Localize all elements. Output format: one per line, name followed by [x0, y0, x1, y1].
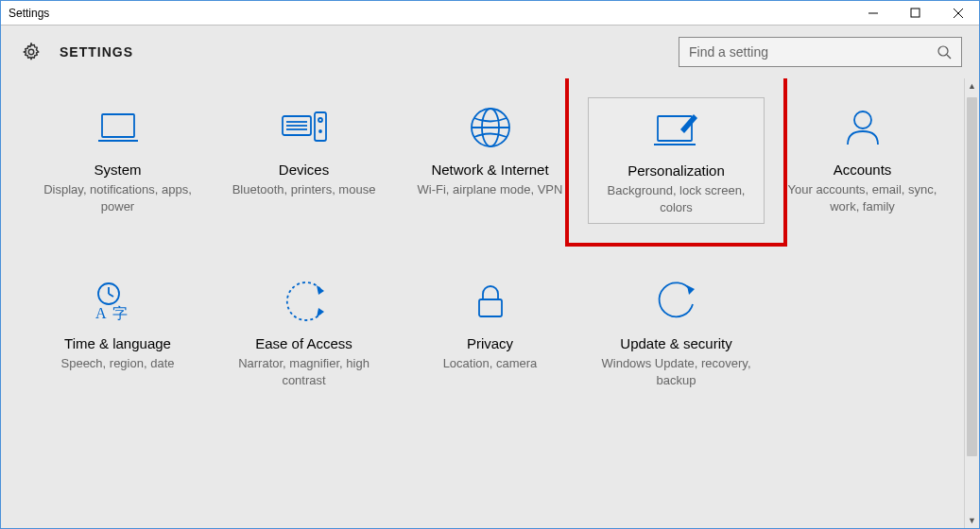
- tile-privacy[interactable]: Privacy Location, camera: [402, 271, 578, 396]
- tile-title: Ease of Access: [255, 335, 352, 351]
- svg-rect-1: [911, 9, 920, 17]
- tile-title: Time & language: [64, 335, 171, 351]
- devices-icon: [278, 105, 331, 150]
- system-icon: [92, 105, 145, 150]
- tile-desc: Narrator, magnifier, high contrast: [223, 355, 385, 388]
- tile-desc: Your accounts, email, sync, work, family: [782, 181, 943, 214]
- ease-of-access-icon: [278, 279, 331, 324]
- svg-text:A: A: [95, 305, 107, 321]
- svg-text:字: 字: [112, 305, 128, 321]
- titlebar: Settings: [1, 1, 979, 26]
- tile-title: Devices: [279, 162, 329, 178]
- tile-title: Accounts: [834, 162, 892, 178]
- maximize-button[interactable]: [894, 1, 937, 26]
- tile-title: Network & Internet: [431, 162, 548, 178]
- tile-desc: Speech, region, date: [61, 355, 175, 372]
- tile-desc: Windows Update, recovery, backup: [595, 355, 757, 388]
- tile-system[interactable]: System Display, notifications, apps, pow…: [29, 97, 206, 224]
- svg-rect-29: [479, 299, 502, 316]
- tile-accounts[interactable]: Accounts Your accounts, email, sync, wor…: [774, 97, 951, 224]
- privacy-icon: [464, 279, 517, 324]
- page-heading: SETTINGS: [60, 44, 133, 60]
- tile-desc: Location, camera: [443, 355, 538, 372]
- settings-window: Settings SETTINGS: [0, 0, 980, 529]
- tile-time-language[interactable]: A 字 Time & language Speech, region, date: [29, 271, 206, 396]
- scroll-up-icon[interactable]: ▲: [965, 78, 979, 94]
- tile-update-security[interactable]: Update & security Windows Update, recove…: [588, 271, 765, 396]
- tile-network[interactable]: Network & Internet Wi-Fi, airplane mode,…: [402, 97, 578, 224]
- content-area: System Display, notifications, apps, pow…: [1, 78, 979, 528]
- search-input[interactable]: [689, 44, 937, 60]
- tile-ease-of-access[interactable]: Ease of Access Narrator, magnifier, high…: [215, 271, 392, 396]
- vertical-scrollbar[interactable]: ▲ ▼: [964, 78, 979, 528]
- update-security-icon: [650, 279, 703, 324]
- tile-desc: Background, lock screen, colors: [596, 182, 756, 215]
- svg-marker-28: [317, 308, 324, 317]
- personalization-icon: [650, 106, 703, 151]
- window-title: Settings: [9, 7, 49, 20]
- svg-point-4: [28, 49, 34, 55]
- header: SETTINGS: [1, 26, 979, 78]
- search-icon: [937, 44, 952, 60]
- tile-desc: Bluetooth, printers, mouse: [232, 181, 376, 198]
- tile-devices[interactable]: Devices Bluetooth, printers, mouse: [215, 97, 392, 224]
- svg-point-15: [319, 130, 321, 132]
- minimize-button[interactable]: [851, 1, 894, 26]
- gear-icon: [20, 41, 43, 63]
- svg-rect-13: [315, 112, 326, 141]
- time-language-icon: A 字: [92, 279, 145, 324]
- tile-title: Update & security: [620, 335, 731, 351]
- scroll-thumb[interactable]: [967, 97, 977, 456]
- svg-rect-7: [102, 114, 134, 137]
- svg-line-6: [947, 55, 951, 59]
- settings-grid: System Display, notifications, apps, pow…: [29, 97, 951, 396]
- search-box[interactable]: [679, 37, 962, 67]
- svg-marker-30: [687, 285, 695, 295]
- scroll-down-icon[interactable]: ▼: [965, 513, 979, 528]
- svg-line-24: [109, 294, 113, 297]
- svg-marker-27: [317, 285, 324, 295]
- tile-title: System: [94, 162, 141, 178]
- tile-personalization[interactable]: Personalization Background, lock screen,…: [588, 97, 765, 224]
- svg-point-21: [854, 111, 871, 128]
- tile-title: Privacy: [467, 335, 513, 351]
- accounts-icon: [836, 105, 889, 150]
- tile-title: Personalization: [628, 162, 725, 179]
- svg-point-5: [938, 46, 948, 56]
- network-icon: [464, 105, 517, 150]
- tile-desc: Display, notifications, apps, power: [37, 181, 198, 214]
- tile-desc: Wi-Fi, airplane mode, VPN: [418, 181, 563, 198]
- svg-point-14: [318, 118, 322, 122]
- close-button[interactable]: [937, 1, 979, 26]
